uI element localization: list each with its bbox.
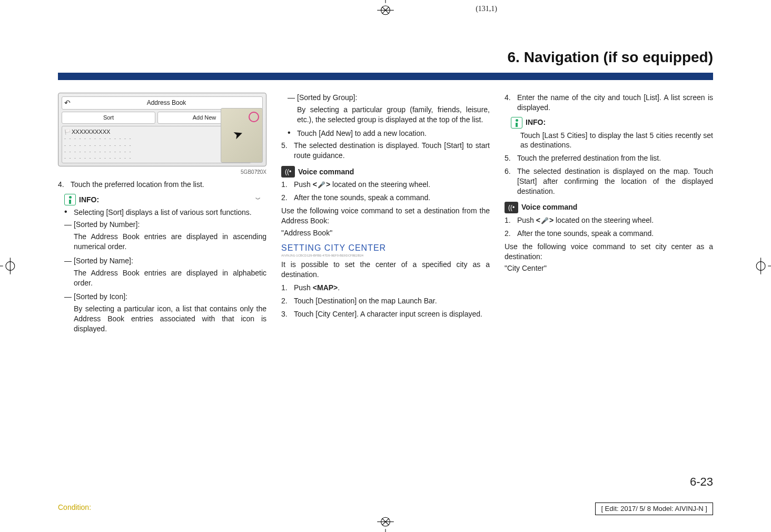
sorted-by-name-body: The Address Book entries are displayed i…	[74, 268, 266, 288]
section-body: It is possible to set the center of a sp…	[281, 260, 490, 280]
cc-step-3: 3. Touch [City Center]. A character inpu…	[281, 309, 490, 319]
vc-step-2: 2. After the tone sounds, speak a comman…	[281, 193, 490, 203]
sorted-by-number-body: The Address Book entries are displayed i…	[74, 232, 266, 252]
screenshot-title: Address Book	[72, 98, 261, 107]
sorted-by-icon-body: By selecting a particular icon, a list t…	[74, 304, 266, 334]
info-callout: INFO:	[64, 194, 266, 205]
bullet-sort: • Selecting [Sort] displays a list of va…	[64, 208, 266, 218]
guid-string: AIVINJN1-1CBCD129-BFBE-47D9-9EF0-BE9DCF8…	[281, 253, 490, 258]
info-label: INFO:	[526, 117, 546, 127]
vc-intro: Use the following voice command to set a…	[281, 206, 490, 226]
page-coordinates: (131,1)	[476, 4, 497, 14]
vc2-phrase: "City Center"	[505, 263, 713, 273]
column-2: — [Sorted by Group]: By selecting a part…	[281, 93, 490, 338]
bullet-add-new: • Touch [Add New] to add a new location.	[288, 129, 490, 139]
crop-mark-bottom	[374, 515, 397, 532]
info-label: INFO:	[79, 195, 99, 205]
vc2-step-1: 1. Push <🎤> located on the steering whee…	[505, 215, 713, 225]
condition-label: Condition:	[58, 503, 91, 515]
sorted-by-group-body: By selecting a particular group (family,…	[297, 105, 490, 125]
edit-info: [ Edit: 2017/ 5/ 8 Model: AIVINJ-N ]	[595, 503, 713, 515]
cc-step-5: 5. Touch the preferred destination from …	[505, 153, 713, 163]
voice-label: Voice command	[521, 202, 577, 212]
info-callout-2: INFO:	[511, 117, 713, 129]
cursor-icon: ➤	[231, 125, 245, 143]
section-setting-city-center: SETTING CITY CENTER	[281, 242, 490, 254]
figure-id: 5GB0720X	[58, 169, 266, 176]
map-preview: ➤	[221, 108, 263, 163]
info-icon	[511, 117, 522, 129]
vc-phrase: "Address Book"	[281, 228, 490, 238]
list-entry: XXXXXXXXXX	[72, 129, 110, 135]
sort-button: Sort	[62, 112, 155, 124]
voice-icon: ((•	[281, 166, 295, 178]
scroll-down-icon: ﹀	[255, 168, 261, 175]
footer: Condition: [ Edit: 2017/ 5/ 8 Model: AIV…	[58, 503, 713, 515]
info-body-2: Touch [Last 5 Cities] to display the las…	[520, 131, 713, 151]
sorted-by-number-head: — [Sorted by Number]:	[64, 220, 266, 230]
column-3: 4. Enter the name of the city and touch …	[505, 93, 713, 338]
step-5: 5. The selected destination is displayed…	[281, 141, 490, 161]
address-book-screenshot: ↶ Address Book Sort Add New 🏳️XXXXXXXXXX	[58, 93, 266, 166]
flag-icon: 🏳️	[64, 129, 71, 135]
scroll-down-double-icon: ︾	[255, 196, 261, 203]
sorted-by-group-head: — [Sorted by Group]:	[288, 93, 490, 103]
talk-button-icon: 🎤	[540, 216, 549, 225]
crop-mark-top	[374, 0, 397, 17]
info-icon	[64, 194, 76, 205]
voice-command-callout-2: ((• Voice command	[505, 202, 713, 213]
cc-step-1: 1. Push <MAP>.	[281, 283, 490, 293]
cc-step-6: 6. The selected destination is displayed…	[505, 166, 713, 196]
sorted-by-icon-head: — [Sorted by Icon]:	[64, 292, 266, 302]
page-number: 6-23	[690, 474, 713, 490]
chapter-title: 6. Navigation (if so equipped)	[58, 47, 713, 80]
vc-step-1: 1. Push <🎤> located on the steering whee…	[281, 180, 490, 190]
voice-icon: ((•	[505, 202, 518, 213]
crop-mark-left	[0, 255, 17, 277]
vc2-step-2: 2. After the tone sounds, speak a comman…	[505, 229, 713, 239]
back-icon: ↶	[63, 98, 72, 108]
cc-step-2: 2. Touch [Destination] on the map Launch…	[281, 296, 490, 306]
cc-step-4: 4. Enter the name of the city and touch …	[505, 93, 713, 113]
column-1: ↶ Address Book Sort Add New 🏳️XXXXXXXXXX	[58, 93, 266, 338]
voice-label: Voice command	[298, 167, 354, 177]
step-4: 4. Touch the preferred location from the…	[58, 180, 266, 190]
vc2-intro: Use the following voice command to set c…	[505, 242, 713, 262]
sorted-by-name-head: — [Sorted by Name]:	[64, 256, 266, 266]
voice-command-callout: ((• Voice command	[281, 166, 490, 178]
crop-mark-right	[754, 255, 771, 277]
page-content: 6. Navigation (if so equipped) ↶ Address…	[58, 47, 713, 490]
talk-button-icon: 🎤	[317, 181, 326, 189]
